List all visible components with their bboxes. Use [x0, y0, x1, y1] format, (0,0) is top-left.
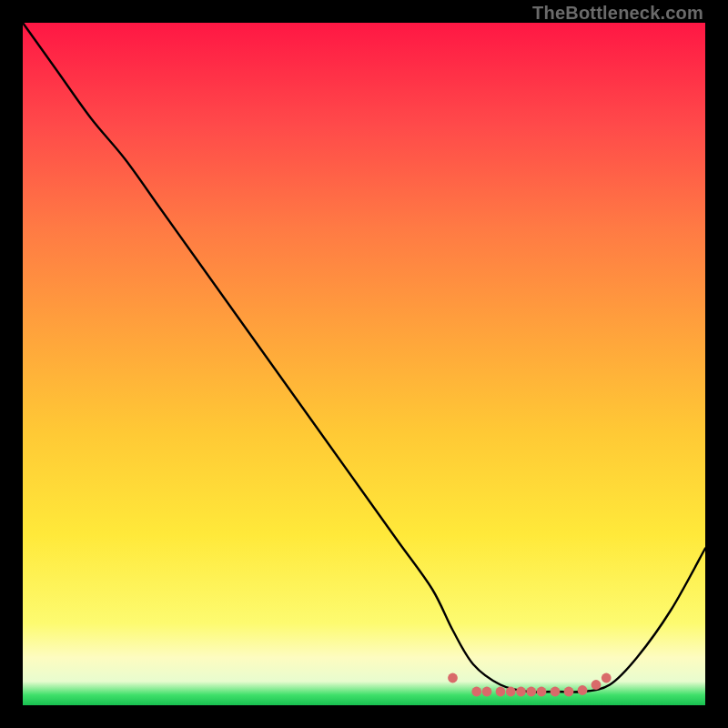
- watermark-text: TheBottleneck.com: [532, 3, 703, 24]
- marker-dot: [592, 680, 602, 690]
- chart-container: TheBottleneck.com: [0, 0, 728, 728]
- marker-dot: [564, 687, 574, 697]
- marker-dot: [448, 673, 458, 683]
- marker-dot: [516, 687, 526, 697]
- marker-dot: [578, 685, 588, 695]
- marker-dot: [496, 687, 506, 697]
- plot-area: [23, 23, 705, 705]
- marker-dot: [506, 687, 516, 697]
- marker-dot: [537, 687, 547, 697]
- marker-dot: [551, 687, 561, 697]
- bottleneck-curve: [23, 23, 705, 693]
- curve-layer: [23, 23, 705, 705]
- optimal-range-markers: [448, 673, 612, 697]
- marker-dot: [602, 673, 612, 683]
- marker-dot: [526, 687, 536, 697]
- marker-dot: [482, 687, 492, 697]
- marker-dot: [471, 687, 481, 697]
